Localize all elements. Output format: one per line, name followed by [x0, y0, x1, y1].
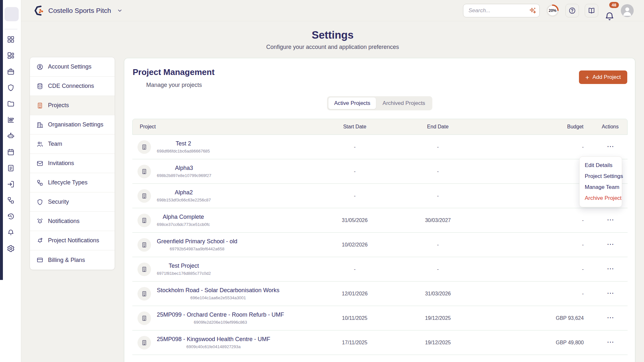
add-project-button[interactable]: + Add Project	[579, 70, 627, 84]
tab-active-projects[interactable]: Active Projects	[328, 97, 376, 109]
page-subtitle: Configure your account and application p…	[21, 44, 644, 51]
rail-item-bell[interactable]	[4, 225, 18, 239]
settings-menu-item-project-notifications[interactable]: Project Notifications	[30, 231, 115, 250]
project-avatar	[137, 336, 151, 349]
workflow-icon	[7, 196, 15, 204]
rail-item-workflow[interactable]	[4, 193, 18, 207]
project-id: 698b153df3c66c63e2256c87	[157, 198, 211, 202]
context-menu-item-manage-team[interactable]: Manage Team	[580, 182, 622, 193]
project-name[interactable]: 25MP098 - Kingswood Health Centre - UMF	[157, 336, 270, 343]
notifications-button[interactable]: 48	[604, 5, 615, 16]
start-date: 31/05/2026	[313, 218, 396, 223]
rail-divider	[5, 29, 17, 29]
context-menu-item-project-settings[interactable]: Project Settings	[580, 171, 622, 182]
project-name[interactable]: Alpha2	[157, 189, 211, 196]
rail-item-briefcase[interactable]	[4, 64, 18, 79]
settings-menu-item-organisation-settings[interactable]: Organisation Settings	[30, 115, 115, 135]
budget: -	[479, 169, 593, 174]
rail-item-gear[interactable]	[4, 241, 18, 255]
row-actions-button[interactable]: ⋯	[607, 289, 614, 297]
rail-item-bot[interactable]	[4, 129, 18, 143]
table-row[interactable]: Stockholm Road - Solar Decarbonisation W…	[132, 282, 628, 306]
tab-archived-projects[interactable]: Archived Projects	[377, 97, 431, 109]
settings-menu-item-cde-connections[interactable]: CDE Connections	[30, 77, 115, 96]
row-actions-button[interactable]: ⋯	[607, 313, 614, 321]
project-id: 698ce37cc6dc773ce51cb0fc	[157, 222, 210, 227]
rail-item-chart-board[interactable]	[4, 113, 18, 127]
table-row[interactable]: Alpha3698b2b897e8e10799c969f27---⋯	[132, 159, 628, 184]
start-date: -	[313, 266, 396, 272]
progress-label: 20%	[545, 4, 560, 18]
settings-menu-label: Billing & Plans	[48, 257, 85, 264]
settings-menu-item-team[interactable]: Team	[30, 135, 115, 154]
row-actions-button[interactable]: ⋯	[607, 216, 614, 224]
project-name[interactable]: 25MP099 - Orchard Centre - Room Refurb -…	[157, 311, 284, 318]
briefcase-icon	[7, 68, 15, 76]
shield-icon	[7, 84, 15, 92]
project-avatar	[137, 287, 151, 301]
row-actions-button[interactable]: ⋯	[607, 338, 614, 346]
project-avatar	[137, 238, 151, 252]
rail-item-calendar[interactable]	[4, 145, 18, 159]
table-header: ProjectStart DateEnd DateBudgetActions	[132, 119, 628, 135]
settings-menu-item-lifecycle-types[interactable]: Lifecycle Types	[30, 173, 115, 192]
project-id: 6971f81bec176d885c77c0d2	[157, 271, 211, 276]
table-row[interactable]: Greenfield Primary School - old69792b549…	[132, 233, 628, 257]
project-name[interactable]: Test Project	[157, 263, 211, 269]
settings-menu-item-projects[interactable]: Projects	[30, 96, 115, 115]
table-row[interactable]: 25MP099 - Orchard Centre - Room Refurb -…	[132, 306, 628, 330]
start-date: -	[313, 193, 396, 199]
project-name[interactable]: Stockholm Road - Solar Decarbonisation W…	[157, 287, 279, 294]
settings-menu-item-notifications[interactable]: Notifications	[30, 212, 115, 231]
book-icon	[588, 7, 595, 14]
settings-menu-item-account-settings[interactable]: Account Settings	[30, 57, 115, 77]
settings-menu-item-billing-plans[interactable]: Billing & Plans	[30, 250, 115, 270]
row-actions-button[interactable]: ⋯	[607, 142, 614, 150]
usage-progress-ring[interactable]: 20%	[545, 4, 560, 18]
folder-icon	[7, 100, 15, 108]
context-menu-item-edit-details[interactable]: Edit Details	[580, 160, 622, 171]
rail-item-active-projects[interactable]	[5, 7, 19, 21]
budget: -	[479, 218, 593, 223]
column-header-end-date: End Date	[396, 124, 479, 130]
search-input[interactable]	[463, 4, 540, 17]
building-icon	[141, 339, 147, 346]
settings-menu-item-security[interactable]: Security	[30, 192, 115, 212]
project-name[interactable]: Test 2	[157, 140, 210, 147]
project-name[interactable]: Alpha3	[157, 165, 211, 172]
row-actions-button[interactable]: ⋯	[607, 265, 614, 273]
import-icon	[7, 180, 15, 188]
avatar[interactable]	[621, 4, 634, 17]
project-name[interactable]: Greenfield Primary School - old	[157, 238, 237, 245]
settings-menu-item-invitations[interactable]: Invitations	[30, 154, 115, 173]
table-row[interactable]: Test Project6971f81bec176d885c77c0d2---⋯	[132, 257, 628, 282]
table-row[interactable]: Alpha2698b153df3c66c63e2256c87---⋯	[132, 184, 628, 208]
project-avatar	[137, 140, 151, 154]
rail-item-folder[interactable]	[4, 97, 18, 111]
rail-item-shield[interactable]	[4, 80, 18, 95]
rail-item-document[interactable]	[4, 161, 18, 175]
building-icon	[141, 315, 147, 321]
table-row[interactable]: 25MP098 - Kingswood Health Centre - UMF6…	[132, 330, 628, 355]
rail-item-grid[interactable]	[4, 32, 18, 46]
rail-item-history[interactable]	[4, 209, 18, 223]
end-date: -	[396, 193, 479, 199]
docs-button[interactable]	[585, 4, 598, 17]
org-switcher[interactable]: Costello Sports Pitch	[33, 5, 123, 16]
table-row[interactable]: Test 2698df86fdc1bc6ad86667685---⋯	[132, 135, 628, 159]
end-date: 31/03/2026	[396, 291, 479, 297]
gear-icon	[7, 245, 15, 253]
help-button[interactable]	[565, 4, 579, 17]
rail-item-import[interactable]	[4, 177, 18, 191]
end-date: -	[396, 266, 479, 272]
shield-icon	[36, 199, 43, 206]
row-actions-button[interactable]: ⋯	[607, 240, 614, 248]
context-menu-item-archive-project[interactable]: Archive Project	[580, 193, 622, 204]
table-row[interactable]: Alpha Complete698ce37cc6dc773ce51cb0fc31…	[132, 208, 628, 233]
project-id: 696e104c1aa6e2e5534a3001	[157, 295, 279, 300]
ai-sparkle-icon[interactable]	[529, 7, 536, 14]
rail-item-components[interactable]	[4, 48, 18, 62]
settings-menu-label: Security	[48, 199, 69, 205]
building-icon	[141, 168, 147, 175]
project-name[interactable]: Alpha Complete	[157, 214, 210, 220]
